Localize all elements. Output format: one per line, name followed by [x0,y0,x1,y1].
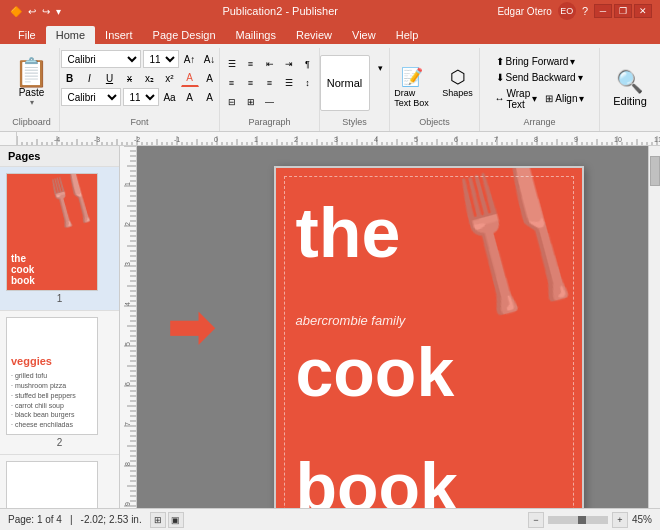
status-view-btn1[interactable]: ⊞ [150,512,166,528]
editing-label: Editing [613,95,647,107]
tab-review[interactable]: Review [286,26,342,44]
tab-home[interactable]: Home [46,26,95,44]
superscript-button[interactable]: x² [161,69,179,87]
align-label: Align [555,93,577,104]
decrease-font-button[interactable]: A↓ [201,50,219,68]
underline-button[interactable]: U [101,69,119,87]
font-color-button[interactable]: A [181,69,199,87]
bullets-button[interactable]: ☰ [223,55,241,73]
close-button[interactable]: ✕ [634,4,652,18]
paste-button[interactable]: 📋 Paste ▾ [10,57,53,109]
send-backward-button[interactable]: ⬇ Send Backward ▾ [492,70,588,85]
show-hide-button[interactable]: ¶ [299,55,317,73]
justify-button[interactable]: ☰ [280,74,298,92]
font-extra-btn[interactable]: Aa [161,88,179,106]
tab-view[interactable]: View [342,26,386,44]
font-extra-btn3[interactable]: A [201,88,219,106]
style-item-normal[interactable]: Normal [320,55,370,111]
tab-insert[interactable]: Insert [95,26,143,44]
zoom-out-button[interactable]: − [528,512,544,528]
font-size-select-2[interactable]: 11 [123,88,159,106]
align-right-button[interactable]: ≡ [261,74,279,92]
shapes-button[interactable]: ⬡ Shapes [436,61,480,105]
paragraph-group-label: Paragraph [248,115,290,129]
canvas-area[interactable]: ➡ 🍴 the abercrombie family cook book [137,146,660,508]
draw-text-box-button[interactable]: 📝 DrawText Box [390,61,434,105]
vertical-scroll-thumb[interactable] [650,156,660,186]
title-text: Publication2 - Publisher [222,5,338,17]
redo-button[interactable]: ↪ [40,6,52,17]
highlight-button[interactable]: A [201,69,219,87]
page-thumb-3[interactable]: grilled tofu ████ ████ ███ ████ █████ ██… [0,455,119,508]
publisher-logo: 🔶 [8,6,24,17]
tab-mailings[interactable]: Mailings [226,26,286,44]
wrap-text-button[interactable]: ↔ WrapText ▾ [492,86,541,112]
page-cook-text[interactable]: cook [296,338,455,406]
styles-content: Normal ▾ [320,50,390,115]
para-row-3: ⊟ ⊞ — [223,93,317,111]
page-title-the[interactable]: the [296,198,401,268]
coordinates: -2.02; 2.53 in. [81,514,142,525]
undo-button[interactable]: ↩ [26,6,38,17]
page-thumb-2[interactable]: veggies · grilled tofu · mushroom pizza … [0,311,119,455]
send-backward-label: Send Backward [506,72,576,83]
ruler-container [0,132,660,146]
indent-less-button[interactable]: ⇤ [261,55,279,73]
font-extra-btn2[interactable]: A [181,88,199,106]
wrap-dropdown: ▾ [532,93,537,104]
hyphen-button[interactable]: — [261,93,279,111]
text-dir-button[interactable]: ⊞ [242,93,260,111]
columns-button[interactable]: ⊟ [223,93,241,111]
draw-text-box-icon: 📝 [401,66,423,88]
font-name-select-2[interactable]: Calibri [61,88,121,106]
objects-group-label: Objects [419,115,450,129]
page-book-text[interactable]: book [296,453,458,508]
vertical-scrollbar[interactable] [648,146,660,508]
increase-font-button[interactable]: A↑ [181,50,199,68]
editing-content: 🔍 Editing [607,52,653,123]
page-1-preview: 🍴 thecookbook [6,173,98,291]
page-subtitle[interactable]: abercrombie family [296,313,406,328]
customize-qa-button[interactable]: ▾ [54,6,63,17]
tab-file[interactable]: File [8,26,46,44]
tab-help[interactable]: Help [386,26,429,44]
italic-button[interactable]: I [81,69,99,87]
status-view-btn2[interactable]: ▣ [168,512,184,528]
arrange-buttons: ⬆ Bring Forward ▾ ⬇ Send Backward ▾ ↔ Wr… [492,54,588,112]
bold-button[interactable]: B [61,69,79,87]
wrap-text-label: WrapText [507,88,531,110]
main-area: Pages 🍴 thecookbook 1 veggies · grilled … [0,146,660,508]
bring-forward-button[interactable]: ⬆ Bring Forward ▾ [492,54,588,69]
strikethrough-button[interactable]: x [121,69,139,87]
align-left-button[interactable]: ≡ [223,74,241,92]
page-thumb-1[interactable]: 🍴 thecookbook 1 [0,167,119,311]
pages-panel[interactable]: Pages 🍴 thecookbook 1 veggies · grilled … [0,146,120,508]
arrange-content: ⬆ Bring Forward ▾ ⬇ Send Backward ▾ ↔ Wr… [492,50,588,115]
zoom-in-button[interactable]: + [612,512,628,528]
shapes-icon: ⬡ [450,66,466,88]
title-bar-left: 🔶 ↩ ↪ ▾ [8,6,63,17]
editing-button[interactable]: 🔍 Editing [607,65,653,111]
align-dropdown: ▾ [579,93,584,104]
styles-group-label: Styles [342,115,367,129]
bring-forward-icon: ⬆ [496,56,504,67]
help-button[interactable]: ? [582,5,588,17]
restore-button[interactable]: ❐ [614,4,632,18]
indent-more-button[interactable]: ⇥ [280,55,298,73]
status-icons: ⊞ ▣ [150,512,184,528]
align-button[interactable]: ⊞ Align ▾ [542,91,587,106]
zoom-slider[interactable] [548,516,608,524]
styles-dropdown-button[interactable]: ▾ [372,59,390,77]
font-row-3: Calibri 11 Aa A A [61,88,219,106]
align-center-button[interactable]: ≡ [242,74,260,92]
minimize-button[interactable]: ─ [594,4,612,18]
tab-page-design[interactable]: Page Design [143,26,226,44]
numbering-button[interactable]: ≡ [242,55,260,73]
window-controls: ─ ❐ ✕ [594,4,652,18]
zoom-thumb [578,516,586,524]
font-name-select[interactable]: Calibri [61,50,141,68]
font-size-select[interactable]: 11 [143,50,179,68]
line-spacing-button[interactable]: ↕ [299,74,317,92]
subscript-button[interactable]: x₂ [141,69,159,87]
page-3-preview: grilled tofu ████ ████ ███ ████ █████ ██… [6,461,98,508]
